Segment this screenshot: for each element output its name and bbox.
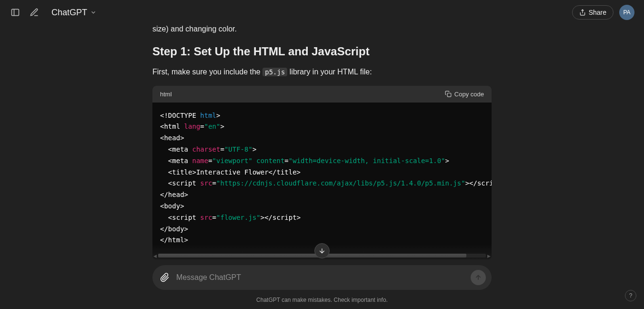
header: ChatGPT Share PA [0, 0, 644, 25]
help-button[interactable]: ? [625, 290, 636, 301]
code-block: html Copy code <!DOCTYPE html> <html lan… [152, 86, 492, 260]
input-area [152, 265, 492, 290]
code-header: html Copy code [152, 86, 492, 103]
scroll-right-arrow[interactable]: ▶ [487, 254, 491, 258]
input-bar [152, 265, 492, 290]
header-right: Share PA [572, 5, 634, 20]
step1-heading: Step 1: Set Up the HTML and JavaScript [152, 45, 492, 58]
model-selector[interactable]: ChatGPT [48, 6, 101, 20]
attach-button[interactable] [158, 271, 171, 284]
arrow-down-icon [318, 247, 326, 255]
avatar-initials: PA [623, 9, 630, 16]
inline-code-p5: p5.js [262, 68, 287, 76]
step1-description: First, make sure you include the p5.js l… [152, 66, 492, 78]
new-chat-icon[interactable] [29, 7, 40, 18]
chevron-down-icon [90, 9, 97, 16]
header-left: ChatGPT [10, 6, 101, 20]
copy-code-button[interactable]: Copy code [445, 91, 484, 98]
code-language-label: html [160, 91, 172, 98]
avatar[interactable]: PA [619, 5, 634, 20]
model-label: ChatGPT [51, 8, 87, 18]
sidebar-toggle-icon[interactable] [10, 7, 21, 18]
copy-icon [445, 91, 452, 97]
code-body[interactable]: <!DOCTYPE html> <html lang="en"> <head> … [152, 103, 492, 254]
paperclip-icon [160, 273, 170, 282]
previous-text-fragment: size) and changing color. [152, 25, 492, 33]
scrollbar-thumb[interactable] [158, 254, 466, 258]
copy-label: Copy code [454, 91, 484, 98]
scroll-to-bottom-button[interactable] [314, 243, 330, 258]
arrow-up-icon [474, 274, 482, 281]
scroll-left-arrow[interactable]: ◀ [153, 254, 157, 258]
footer-note: ChatGPT can make mistakes. Check importa… [0, 297, 644, 303]
help-icon: ? [629, 292, 633, 299]
svg-rect-0 [12, 9, 19, 15]
share-icon [579, 9, 586, 16]
share-label: Share [589, 9, 606, 16]
share-button[interactable]: Share [572, 5, 614, 20]
send-button[interactable] [471, 270, 486, 285]
message-input[interactable] [176, 273, 466, 282]
svg-rect-3 [447, 93, 451, 97]
